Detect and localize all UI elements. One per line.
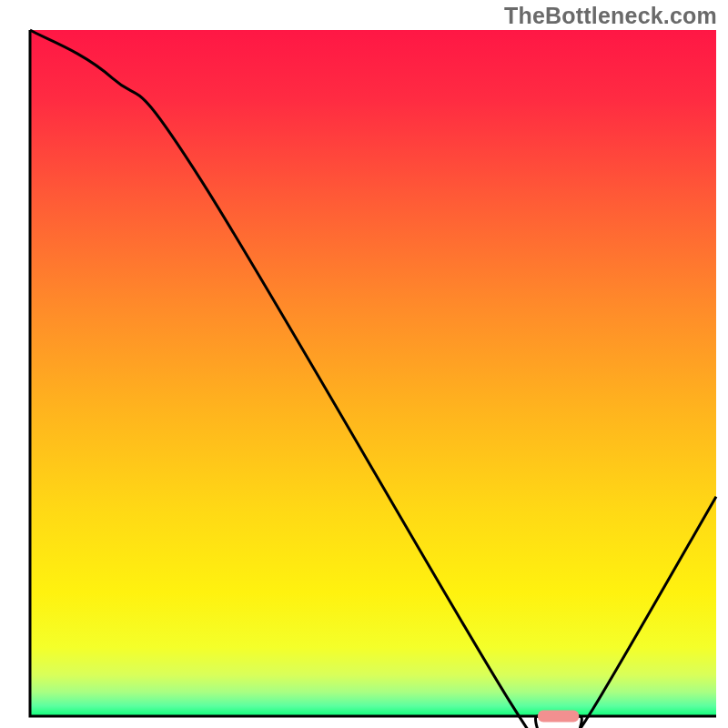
optimal-marker: [538, 711, 579, 723]
chart-svg: [0, 0, 728, 728]
plot-background-gradient: [30, 30, 716, 716]
watermark-label: TheBottleneck.com: [504, 3, 717, 29]
chart-container: TheBottleneck.com: [0, 0, 728, 728]
